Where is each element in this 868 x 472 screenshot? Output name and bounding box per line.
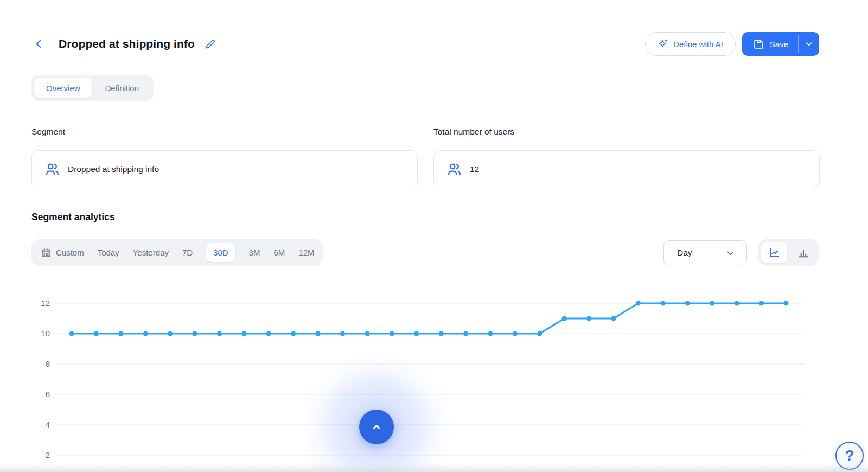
- line-chart-icon: [768, 246, 781, 259]
- scroll-top-button[interactable]: [359, 410, 394, 444]
- segment-field-label: Segment: [31, 127, 65, 137]
- segment-analytics-line-chart[interactable]: 12108642: [0, 288, 868, 472]
- svg-text:4: 4: [46, 420, 50, 429]
- total-users-value: 12: [470, 164, 479, 174]
- time-range-filter-bar: Custom Today Yesterday 7D 30D 3M 6M 12M: [31, 239, 323, 266]
- users-icon: [45, 162, 60, 177]
- svg-text:10: 10: [41, 329, 50, 338]
- tab-definition[interactable]: Definition: [93, 78, 151, 98]
- filter-today[interactable]: Today: [98, 243, 119, 262]
- bar-chart-toggle-button[interactable]: [790, 242, 816, 263]
- filter-6m[interactable]: 6M: [273, 243, 285, 262]
- line-chart-toggle-button[interactable]: [761, 242, 787, 263]
- page-title: Dropped at shipping info: [59, 37, 195, 50]
- tab-overview[interactable]: Overview: [34, 78, 92, 98]
- svg-text:2: 2: [46, 450, 50, 460]
- line-chart-canvas: 12108642: [0, 288, 868, 472]
- segment-overview-page: Dropped at shipping info Define with AI: [0, 0, 868, 472]
- save-button[interactable]: Save: [742, 32, 798, 56]
- page-header: Dropped at shipping info Define with AI: [31, 32, 819, 56]
- filter-yesterday[interactable]: Yesterday: [133, 243, 169, 262]
- view-tabs: Overview Definition: [31, 75, 154, 101]
- total-users-card: 12: [433, 150, 820, 188]
- save-split-button[interactable]: Save: [742, 32, 819, 56]
- segment-card[interactable]: Dropped at shipping info: [31, 150, 418, 188]
- edit-title-button[interactable]: [203, 37, 218, 51]
- chevron-left-icon: [33, 37, 46, 50]
- define-with-ai-button[interactable]: Define with AI: [645, 32, 736, 56]
- filter-3m[interactable]: 3M: [249, 243, 260, 262]
- pencil-icon: [204, 38, 216, 50]
- save-label: Save: [770, 40, 788, 49]
- granularity-value: Day: [677, 248, 692, 258]
- define-with-ai-label: Define with AI: [673, 40, 723, 49]
- segment-name: Dropped at shipping info: [68, 164, 159, 174]
- calendar-icon: [41, 247, 52, 258]
- segment-analytics-heading: Segment analytics: [31, 212, 115, 223]
- bar-chart-icon: [797, 246, 809, 259]
- filter-7d[interactable]: 7D: [182, 243, 193, 262]
- chevron-down-icon: [804, 39, 814, 49]
- chevron-down-icon: [725, 248, 736, 258]
- svg-text:12: 12: [41, 298, 50, 308]
- help-button[interactable]: ?: [835, 442, 864, 470]
- total-users-field-label: Total number of users: [433, 127, 514, 137]
- filter-custom[interactable]: Custom: [41, 243, 84, 263]
- svg-text:6: 6: [46, 390, 50, 399]
- chevron-up-icon: [370, 420, 383, 433]
- save-dropdown-button[interactable]: [799, 32, 819, 56]
- filter-custom-label: Custom: [56, 248, 84, 257]
- chart-type-toggle: [758, 239, 819, 266]
- granularity-dropdown[interactable]: Day: [663, 240, 747, 265]
- sparkle-icon: [658, 39, 668, 49]
- save-icon: [753, 39, 764, 50]
- filter-12m[interactable]: 12M: [298, 243, 314, 262]
- back-button[interactable]: [31, 36, 47, 52]
- filter-30d[interactable]: 30D: [206, 243, 235, 262]
- question-mark-icon: ?: [845, 448, 854, 464]
- users-icon: [447, 162, 462, 177]
- svg-text:8: 8: [46, 359, 50, 368]
